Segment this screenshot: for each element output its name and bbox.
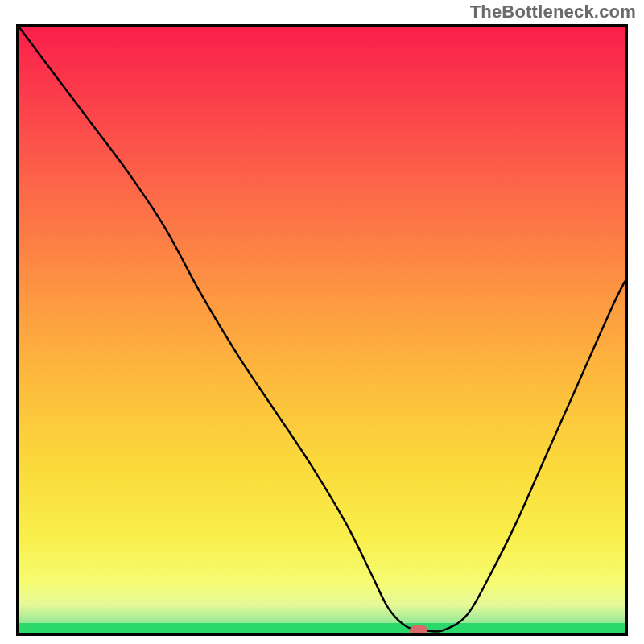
bottleneck-curve <box>19 27 625 633</box>
bottleneck-marker <box>410 625 427 635</box>
watermark-text: TheBottleneck.com <box>470 2 636 23</box>
chart-plot-area <box>16 24 628 636</box>
